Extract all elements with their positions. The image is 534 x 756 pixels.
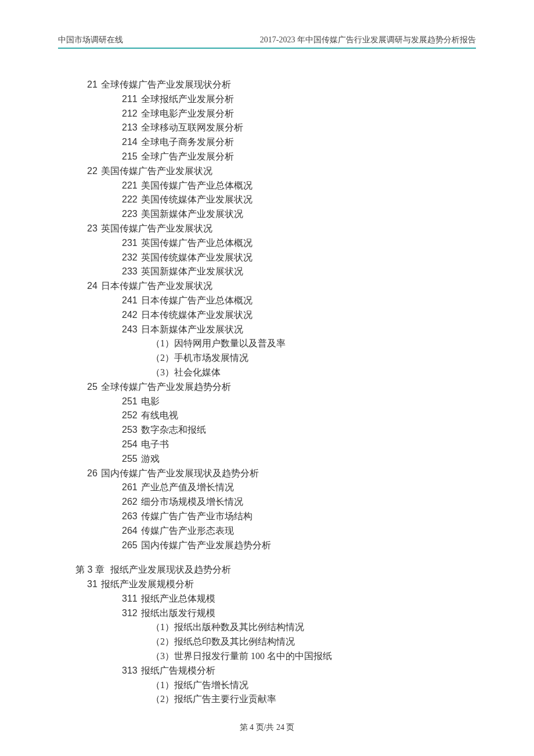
toc-number: 254 — [122, 439, 138, 449]
toc-entry: 251电影 — [75, 395, 476, 409]
toc-entry: 24日本传媒广告产业发展状况 — [75, 279, 476, 294]
page-header: 中国市场调研在线 2017-2023 年中国传媒广告行业发展调研与发展趋势分析报… — [58, 35, 476, 48]
toc-title: 日本传统媒体产业发展状况 — [141, 310, 252, 320]
footer-prefix: 第 — [240, 723, 250, 732]
toc-title: 英国新媒体产业发展状况 — [141, 266, 243, 276]
toc-number: 255 — [122, 454, 138, 464]
toc-number: 25 — [87, 382, 98, 392]
toc-title: 全球移动互联网发展分析 — [141, 122, 243, 132]
toc-title: 全球传媒广告产业发展趋势分析 — [101, 382, 231, 392]
toc-title: 国内传媒广告产业发展现状及趋势分析 — [101, 468, 259, 478]
toc-number: 243 — [122, 324, 138, 334]
toc-title: 报纸产业发展现状及趋势分析 — [108, 565, 231, 574]
toc-entry: （2）报纸总印数及其比例结构情况 — [75, 635, 476, 649]
toc-number: 312 — [122, 608, 138, 618]
toc-number: 252 — [122, 410, 138, 420]
toc-number: 215 — [122, 151, 138, 161]
toc-number: 261 — [122, 482, 138, 492]
toc-number: 212 — [122, 108, 138, 118]
toc-entry: 31报纸产业发展规模分析 — [75, 577, 476, 592]
toc-entry: 253数字杂志和报纸 — [75, 423, 476, 437]
toc-entry: 215全球广告产业发展分析 — [75, 150, 476, 164]
toc-entry: 263传媒广告广告产业市场结构 — [75, 509, 476, 524]
toc-number: 253 — [122, 425, 138, 435]
toc-title: （2）报纸广告主要行业贡献率 — [151, 694, 276, 704]
toc-number: 213 — [122, 122, 138, 132]
toc-number: 214 — [122, 137, 138, 147]
toc-entry: 222美国传统媒体产业发展状况 — [75, 193, 476, 207]
toc-entry: （1）报纸广告增长情况 — [75, 678, 476, 693]
toc-entry: （3）世界日报发行量前 100 名中的中国报纸 — [75, 649, 476, 664]
toc-number: 265 — [122, 540, 138, 550]
toc-title: 产业总产值及增长情况 — [141, 482, 234, 492]
toc-title: （3）世界日报发行量前 100 名中的中国报纸 — [151, 651, 332, 661]
toc-title: 数字杂志和报纸 — [141, 425, 206, 435]
toc-entry: 264传媒广告产业形态表现 — [75, 524, 476, 538]
toc-title: 传媒广告产业形态表现 — [141, 526, 234, 536]
toc-entry: 252有线电视 — [75, 408, 476, 423]
toc-title: （2）报纸总印数及其比例结构情况 — [151, 636, 295, 646]
toc-number: 22 — [87, 166, 98, 176]
toc-title: 美国传媒广告产业总体概况 — [141, 180, 252, 190]
toc-entry: 255游戏 — [75, 452, 476, 466]
toc-title: 全球广告产业发展分析 — [141, 151, 234, 161]
toc-number: 311 — [122, 594, 138, 603]
toc-title: 美国新媒体产业发展状况 — [141, 209, 243, 219]
toc-title: 传媒广告广告产业市场结构 — [141, 511, 252, 521]
footer-total-pages: 24 — [276, 723, 284, 732]
footer-current-page: 4 — [250, 723, 254, 732]
toc-entry: 22美国传媒广告产业发展状况 — [75, 164, 476, 179]
toc-title: 全球传媒广告产业发展现状分析 — [101, 79, 231, 89]
toc-entry: 212全球电影产业发展分析 — [75, 107, 476, 121]
toc-entry: 213全球移动互联网发展分析 — [75, 121, 476, 135]
toc-number: 242 — [122, 310, 138, 320]
toc-title: 电子书 — [141, 439, 169, 449]
toc-entry: 232英国传统媒体产业发展状况 — [75, 251, 476, 265]
toc-entry: 242日本传统媒体产业发展状况 — [75, 308, 476, 323]
toc-title: 细分市场规模及增长情况 — [141, 497, 243, 507]
toc-number: 31 — [87, 579, 98, 589]
toc-number: 26 — [87, 468, 98, 478]
toc-number: 262 — [122, 497, 138, 507]
toc-title: 美国传统媒体产业发展状况 — [141, 194, 252, 204]
toc-entry: 265国内传媒广告产业发展趋势分析 — [75, 538, 476, 553]
toc-title: 英国传媒广告产业总体概况 — [141, 238, 252, 248]
toc-title: 日本传媒广告产业发展状况 — [101, 281, 212, 291]
toc-number: 24 — [87, 281, 98, 291]
toc-number: 221 — [122, 180, 138, 190]
toc-entry: （1）报纸出版种数及其比例结构情况 — [75, 620, 476, 635]
toc-title: 电影 — [141, 396, 160, 406]
toc-entry: 241日本传媒广告产业总体概况 — [75, 294, 476, 308]
toc-title: 日本新媒体产业发展状况 — [141, 324, 243, 334]
toc-title: 全球电子商务发展分析 — [141, 137, 234, 147]
toc-title: 美国传媒广告产业发展状况 — [101, 166, 212, 176]
toc-title: 游戏 — [141, 454, 160, 464]
toc-number: 313 — [122, 665, 138, 675]
toc-number: 241 — [122, 295, 138, 305]
toc-entry: 233英国新媒体产业发展状况 — [75, 265, 476, 279]
toc-title: 国内传媒广告产业发展趋势分析 — [141, 540, 271, 550]
toc-number: 222 — [122, 194, 138, 204]
table-of-contents: 21全球传媒广告产业发展现状分析211全球报纸产业发展分析212全球电影产业发展… — [58, 78, 476, 707]
document-page: 中国市场调研在线 2017-2023 年中国传媒广告行业发展调研与发展趋势分析报… — [0, 0, 534, 756]
toc-title: （1）报纸广告增长情况 — [151, 680, 248, 690]
toc-title: 英国传媒广告产业发展状况 — [101, 223, 212, 233]
toc-number: 264 — [122, 526, 138, 536]
toc-entry: 312报纸出版发行规模 — [75, 606, 476, 621]
page-footer: 第 4 页/共 24 页 — [0, 722, 534, 733]
toc-number: 21 — [87, 79, 98, 89]
toc-entry: （3）社会化媒体 — [75, 366, 476, 380]
toc-number: 第 3 章 — [75, 565, 104, 574]
toc-entry: 第 3 章 报纸产业发展现状及趋势分析 — [75, 563, 476, 577]
header-divider — [58, 48, 476, 49]
footer-suffix: 页 — [284, 723, 295, 732]
toc-title: 英国传统媒体产业发展状况 — [141, 252, 252, 262]
toc-entry: 211全球报纸产业发展分析 — [75, 92, 476, 107]
toc-entry: 262细分市场规模及增长情况 — [75, 495, 476, 509]
toc-title: 报纸产业发展规模分析 — [101, 579, 194, 589]
toc-title: （1）因特网用户数量以及普及率 — [151, 338, 286, 348]
header-right: 2017-2023 年中国传媒广告行业发展调研与发展趋势分析报告 — [260, 35, 476, 45]
toc-title: 日本传媒广告产业总体概况 — [141, 295, 252, 305]
toc-title: 全球报纸产业发展分析 — [141, 94, 234, 104]
toc-number: 211 — [122, 94, 138, 104]
